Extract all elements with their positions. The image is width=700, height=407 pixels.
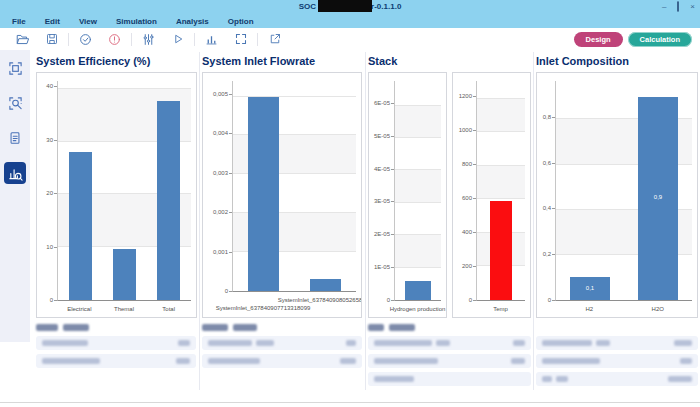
y-tick-mark <box>552 117 555 118</box>
chart-inlet-composition: Inlet Composition 0,10,900,20,40,60,8H2H… <box>536 55 698 318</box>
zoom-select-icon[interactable] <box>4 92 26 114</box>
y-tick-mark <box>391 234 394 235</box>
y-tick-mark <box>473 164 476 165</box>
close-icon[interactable]: × <box>690 0 695 14</box>
redacted-header <box>36 322 196 332</box>
redacted-header <box>368 322 531 332</box>
toolbar-separator <box>68 33 69 46</box>
bar <box>405 281 432 300</box>
gridline <box>477 98 525 99</box>
sliders-icon[interactable] <box>134 31 163 48</box>
y-tick-label: 5E-05 <box>369 133 390 140</box>
chart-title: Inlet Composition <box>536 55 698 70</box>
open-folder-icon[interactable] <box>8 31 37 48</box>
y-tick-mark <box>229 291 232 292</box>
fullscreen-icon[interactable] <box>226 31 255 48</box>
x-axis-label: Total <box>162 306 175 312</box>
calculation-button[interactable]: Calculation <box>628 32 692 47</box>
y-tick-mark <box>54 247 57 248</box>
plot-band <box>477 166 525 200</box>
gridline <box>395 105 441 106</box>
y-tick-mark <box>473 130 476 131</box>
toolbar: Design Calculation <box>0 28 700 50</box>
restore-icon[interactable] <box>677 0 679 14</box>
y-tick-label: 1E-05 <box>369 264 390 271</box>
overlapping-window-artifact <box>318 0 372 12</box>
y-tick-label: 0,8 <box>537 114 551 121</box>
redacted-row <box>536 336 698 350</box>
y-tick-label: 0,004 <box>203 130 228 137</box>
menu-analysis[interactable]: Analysis <box>176 17 209 26</box>
bar <box>157 101 180 300</box>
y-tick-label: 1000 <box>453 127 472 134</box>
menu-simulation[interactable]: Simulation <box>116 17 157 26</box>
minimize-icon[interactable]: – <box>662 0 666 14</box>
menu-edit[interactable]: Edit <box>45 17 60 26</box>
run-icon[interactable] <box>163 31 192 48</box>
x-axis-label: SystemInlet_637840907713318099 <box>216 305 311 311</box>
column-divider <box>365 52 366 390</box>
toolbar-separator <box>131 33 132 46</box>
bar-chart-icon[interactable] <box>197 31 226 48</box>
redacted-row <box>36 336 196 350</box>
redacted-header <box>202 322 362 332</box>
y-tick-mark <box>391 103 394 104</box>
y-tick-mark <box>54 193 57 194</box>
y-tick-label: 6E-05 <box>369 100 390 107</box>
y-tick-label: 600 <box>453 195 472 202</box>
y-tick-label: 0,005 <box>203 91 228 98</box>
x-axis-label: Hydrogen production <box>390 306 446 312</box>
chart-panel: 0,10,900,20,40,60,8H2H2O <box>536 72 698 318</box>
chart-stack: Stack 01E-052E-053E-054E-055E-056E-05Hyd… <box>368 55 531 318</box>
chart-title: System Efficiency (%) <box>36 55 197 70</box>
plot-band <box>477 99 525 133</box>
chart-inspect-icon[interactable] <box>4 162 26 184</box>
frame-select-icon[interactable] <box>4 57 26 79</box>
menu-file[interactable]: File <box>12 17 26 26</box>
error-circle-icon[interactable] <box>100 31 129 48</box>
app-window: SOC digital twin ver-0.1.1.0 – × File Ed… <box>0 0 700 407</box>
export-icon[interactable] <box>260 31 289 48</box>
design-button[interactable]: Design <box>574 32 623 47</box>
y-tick-label: 0,4 <box>537 205 551 212</box>
redacted-row <box>368 336 531 350</box>
redacted-row <box>368 354 531 368</box>
y-tick-label: 0 <box>203 288 228 295</box>
bar-value-label: 0,9 <box>638 194 679 200</box>
menu-view[interactable]: View <box>79 17 97 26</box>
gridline <box>395 202 441 203</box>
gridline <box>395 267 441 268</box>
y-tick-label: 0 <box>37 297 53 304</box>
y-tick-label: 0,001 <box>203 249 228 256</box>
bottom-panel-redacted <box>368 322 531 390</box>
y-tick-label: 20 <box>37 190 53 197</box>
toolbar-separator <box>194 33 195 46</box>
y-tick-mark <box>229 252 232 253</box>
gridline <box>395 169 441 170</box>
y-tick-label: 0 <box>369 297 390 304</box>
y-tick-mark <box>473 300 476 301</box>
gridline <box>395 137 441 138</box>
bar <box>69 152 92 300</box>
chart-panel: 01E-052E-053E-054E-055E-056E-05Hydrogen … <box>368 72 447 318</box>
plot-band <box>395 235 441 267</box>
document-icon[interactable] <box>4 127 26 149</box>
y-tick-mark <box>473 198 476 199</box>
bar: 0,9 <box>638 97 679 300</box>
y-tick-label: 0,6 <box>537 160 551 167</box>
sidebar <box>0 50 30 342</box>
save-icon[interactable] <box>37 31 66 48</box>
bar <box>490 201 512 300</box>
action-buttons: Design Calculation <box>574 32 692 47</box>
y-tick-mark <box>229 94 232 95</box>
y-tick-label: 200 <box>453 263 472 270</box>
y-tick-mark <box>473 96 476 97</box>
y-tick-mark <box>552 254 555 255</box>
y-tick-label: 30 <box>37 137 53 144</box>
y-tick-label: 0 <box>537 297 551 304</box>
y-tick-label: 40 <box>37 83 53 90</box>
x-axis-label: Themal <box>114 306 134 312</box>
menu-option[interactable]: Option <box>228 17 254 26</box>
y-tick-mark <box>552 208 555 209</box>
check-circle-icon[interactable] <box>71 31 100 48</box>
